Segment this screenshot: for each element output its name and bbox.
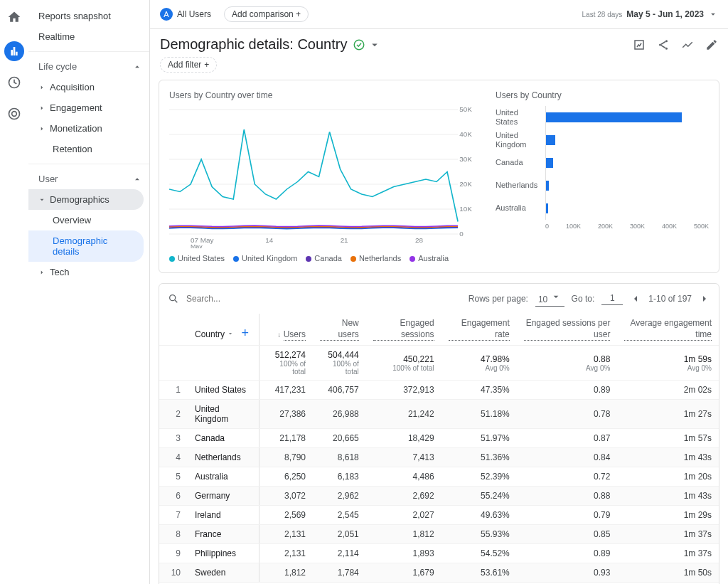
bar-row: Netherlands (496, 174, 709, 197)
chevron-down-icon (708, 9, 718, 19)
main: AAll Users Add comparison + Last 28 days… (149, 0, 728, 584)
bar-row: United States (496, 106, 709, 129)
chevron-up-icon (132, 174, 142, 184)
sidebar-retention[interactable]: Retention (28, 139, 149, 159)
col-sessions-per-user[interactable]: Engaged sessions per user (517, 314, 618, 346)
table-row[interactable]: 10 Sweden 1,8121,7841,679 53.61%0.931m 5… (159, 563, 719, 583)
bar-chart-title: Users by Country (496, 90, 709, 100)
home-icon[interactable] (7, 10, 21, 27)
add-filter-button[interactable]: Add filter+ (160, 57, 217, 73)
svg-point-1 (9, 109, 20, 120)
search-icon (168, 293, 179, 304)
prev-page-icon[interactable] (630, 293, 641, 304)
table-row[interactable]: 2 United Kingdom 27,38626,98821,242 51.1… (159, 400, 719, 429)
svg-text:20K: 20K (459, 180, 472, 187)
icon-rail (0, 0, 28, 584)
sidebar-reports-snapshot[interactable]: Reports snapshot (28, 6, 149, 26)
svg-point-3 (355, 40, 365, 50)
insights-icon[interactable] (681, 38, 694, 51)
next-page-icon[interactable] (699, 293, 710, 304)
svg-point-25 (170, 295, 176, 301)
table-row[interactable]: 6 Germany 3,0722,9622,692 55.24%0.881m 4… (159, 487, 719, 506)
chevron-up-icon (132, 62, 142, 72)
table-row[interactable]: 1 United States 417,231406,757372,913 47… (159, 381, 719, 400)
table-row[interactable]: 9 Philippines 2,1312,1141,893 54.52%0.89… (159, 544, 719, 563)
bar-row: Canada (496, 152, 709, 174)
add-dimension-icon[interactable]: + (241, 326, 249, 340)
line-chart-legend: United StatesUnited KingdomCanadaNetherl… (169, 254, 481, 262)
search-input[interactable] (186, 294, 293, 304)
col-engagement-rate[interactable]: Engagement rate (441, 314, 517, 346)
chevron-down-icon[interactable] (368, 38, 381, 51)
line-chart-title: Users by Country over time (169, 90, 481, 100)
sidebar-realtime[interactable]: Realtime (28, 26, 149, 47)
svg-text:10K: 10K (459, 205, 472, 212)
svg-text:28: 28 (415, 236, 423, 243)
bar-row: United Kingdom (496, 129, 709, 152)
charts-card: Users by Country over time 010K20K30K40K… (159, 80, 719, 273)
sidebar-demographic-details[interactable]: Demographic details (28, 230, 144, 262)
goto-input[interactable]: 1 (601, 293, 623, 305)
table-row[interactable]: 5 Australia 6,2506,1834,486 52.39%0.721m… (159, 467, 719, 487)
col-avg-engagement-time[interactable]: Average engagement time (617, 314, 719, 346)
rows-per-page-select[interactable]: 10 (535, 291, 564, 307)
table-card: Rows per page: 10 Go to: 1 1-10 of 197 C… (159, 283, 719, 584)
col-new-users[interactable]: New users (313, 314, 366, 346)
sidebar-tech[interactable]: Tech (28, 262, 149, 282)
svg-text:40K: 40K (459, 130, 472, 137)
sidebar-demographics[interactable]: Demographics (28, 189, 144, 210)
customize-report-icon[interactable] (633, 38, 646, 51)
svg-text:0: 0 (459, 230, 463, 237)
add-comparison-button[interactable]: Add comparison + (224, 6, 309, 22)
table-row[interactable]: 8 France 2,1312,0511,812 55.93%0.851m 37… (159, 525, 719, 544)
country-header[interactable]: Country + (188, 314, 259, 346)
bar-chart: United States United Kingdom Canada Neth… (496, 106, 709, 220)
goto-label: Go to: (572, 294, 595, 304)
check-circle-icon (353, 38, 365, 51)
page-title: Demographic details: Country (160, 36, 347, 53)
sidebar-lifecycle[interactable]: Life cycle (28, 56, 149, 77)
col-engaged-sessions[interactable]: Engaged sessions (366, 314, 441, 346)
sidebar-user[interactable]: User (28, 169, 149, 189)
advertising-icon[interactable] (7, 107, 21, 124)
table-row[interactable]: 3 Canada 21,17820,66518,429 51.97%0.871m… (159, 429, 719, 448)
sidebar-acquisition[interactable]: Acquisition (28, 77, 149, 97)
svg-point-7 (665, 47, 668, 49)
sidebar: Reports snapshot Realtime Life cycle Acq… (28, 0, 149, 584)
sidebar-overview[interactable]: Overview (28, 210, 149, 230)
all-users-chip[interactable]: AAll Users (160, 6, 218, 23)
svg-text:30K: 30K (459, 155, 472, 162)
explore-icon[interactable] (7, 75, 21, 92)
svg-text:May: May (191, 243, 203, 248)
table-row[interactable]: 7 Ireland 2,5692,5452,027 49.63%0.791m 2… (159, 506, 719, 525)
svg-point-2 (12, 112, 17, 117)
sidebar-engagement[interactable]: Engagement (28, 97, 149, 118)
rows-per-page-label: Rows per page: (469, 294, 528, 304)
col-users[interactable]: ↓ Users (259, 314, 313, 346)
page-info: 1-10 of 197 (648, 294, 692, 304)
edit-icon[interactable] (705, 38, 718, 51)
plus-icon: + (296, 9, 301, 19)
svg-text:21: 21 (341, 236, 348, 243)
plus-icon: + (204, 60, 209, 70)
date-range-picker[interactable]: Last 28 days May 5 - Jun 1, 2023 (582, 9, 718, 19)
svg-text:50K: 50K (459, 106, 472, 113)
share-icon[interactable] (657, 38, 670, 51)
reports-icon[interactable] (4, 41, 24, 61)
topbar: AAll Users Add comparison + Last 28 days… (150, 0, 728, 29)
svg-point-6 (659, 43, 661, 46)
table-row[interactable]: 4 Netherlands 8,7908,6187,413 51.36%0.84… (159, 448, 719, 467)
bar-row: Australia (496, 197, 709, 220)
sidebar-monetization[interactable]: Monetization (28, 118, 149, 139)
svg-point-5 (665, 40, 668, 42)
data-table: Country + ↓ Users New users Engaged sess… (159, 314, 719, 583)
svg-text:14: 14 (265, 236, 273, 243)
chevron-down-icon (227, 330, 234, 337)
line-chart: 010K20K30K40K50K07 May142128May (169, 106, 481, 248)
